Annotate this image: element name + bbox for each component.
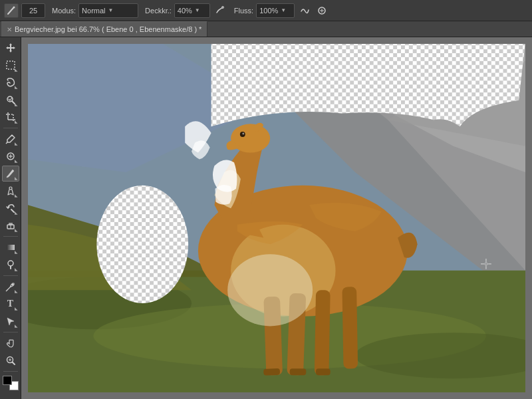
hand-tool[interactable]	[2, 335, 19, 351]
svg-rect-6	[7, 61, 15, 69]
move-tool[interactable]	[2, 40, 19, 56]
gradient-tool[interactable]: ◣	[2, 239, 19, 255]
toolbar-sep-3	[3, 275, 18, 276]
svg-line-24	[6, 290, 7, 291]
extra-brush-icon[interactable]	[315, 3, 329, 18]
pen-tool[interactable]: ◣	[2, 279, 19, 295]
rectangular-marquee-tool[interactable]: ◣	[2, 57, 19, 73]
svg-rect-53	[315, 290, 331, 375]
canvas-wrapper[interactable]	[28, 44, 525, 392]
toolbar-sep-1	[3, 128, 18, 128]
flow-dropdown[interactable]: 100% ▼	[256, 3, 295, 18]
svg-point-1	[13, 6, 15, 8]
brush-tool-icon[interactable]	[4, 3, 19, 18]
lasso-tool[interactable]: ◣	[2, 74, 19, 90]
smoothing-icon[interactable]	[297, 3, 312, 18]
clone-stamp-tool[interactable]: ◣	[2, 183, 19, 199]
photo-canvas[interactable]	[28, 44, 525, 392]
path-select-tool[interactable]: ◣	[2, 313, 19, 329]
main-area: ◣ ◣ ◣ ◣	[0, 37, 532, 399]
foreground-color[interactable]	[3, 376, 12, 385]
svg-line-13	[6, 142, 7, 144]
svg-rect-20	[7, 245, 15, 250]
history-brush-tool[interactable]: ◣	[2, 200, 19, 216]
airbrush-icon[interactable]	[213, 3, 227, 18]
top-toolbar: 25 Modus: Normal ▼ Deckkr.: 40% ▼ Fluss:…	[0, 0, 532, 21]
svg-point-23	[11, 284, 13, 286]
type-tool[interactable]: T ◣	[2, 296, 19, 312]
svg-rect-57	[316, 368, 331, 375]
blend-mode-dropdown[interactable]: Normal ▼	[78, 3, 138, 18]
crop-tool[interactable]: ◣	[2, 109, 19, 125]
toolbar-sep-4	[3, 332, 18, 332]
document-tab-label: Bergviecher.jpg bei 66.7% ( Ebene 0 , Eb…	[15, 25, 201, 33]
svg-rect-19	[9, 223, 13, 225]
blend-mode-arrow: ▼	[108, 7, 114, 13]
svg-point-21	[8, 261, 13, 266]
mode-label: Modus:	[52, 7, 76, 15]
healing-brush-tool[interactable]: ◣	[2, 148, 19, 164]
brush-tool[interactable]: ◣	[2, 166, 19, 182]
dodge-tool[interactable]: ◣	[2, 257, 19, 273]
svg-rect-54	[342, 287, 358, 368]
svg-point-45	[96, 186, 188, 303]
canvas-area[interactable]	[21, 37, 532, 399]
eraser-tool[interactable]: ◣	[2, 217, 19, 233]
toolbar-sep-5	[3, 371, 18, 372]
document-tab[interactable]: ✕ Bergviecher.jpg bei 66.7% ( Ebene 0 , …	[1, 21, 207, 37]
svg-point-58	[227, 254, 313, 326]
opacity-arrow: ▼	[195, 7, 200, 13]
svg-rect-56	[290, 368, 307, 375]
svg-line-26	[12, 362, 15, 365]
color-swatches[interactable]	[3, 376, 19, 390]
opacity-label: Deckkr.:	[145, 7, 172, 15]
flow-arrow: ▼	[281, 7, 286, 13]
doc-tab-bar: ✕ Bergviecher.jpg bei 66.7% ( Ebene 0 , …	[0, 21, 532, 37]
toolbar-sep-2	[3, 236, 18, 237]
svg-rect-55	[263, 368, 280, 376]
opacity-dropdown[interactable]: 40% ▼	[174, 3, 210, 18]
svg-line-0	[8, 8, 13, 14]
brush-size-display: 25	[21, 3, 45, 18]
eyedropper-tool[interactable]: ◣	[2, 131, 19, 147]
close-doc-button[interactable]: ✕	[7, 26, 12, 33]
flow-label: Fluss:	[234, 7, 253, 15]
zoom-tool[interactable]	[2, 352, 19, 368]
quick-select-tool[interactable]: ◣	[2, 92, 19, 108]
svg-point-50	[242, 133, 244, 135]
left-toolbar: ◣ ◣ ◣ ◣	[0, 37, 21, 399]
